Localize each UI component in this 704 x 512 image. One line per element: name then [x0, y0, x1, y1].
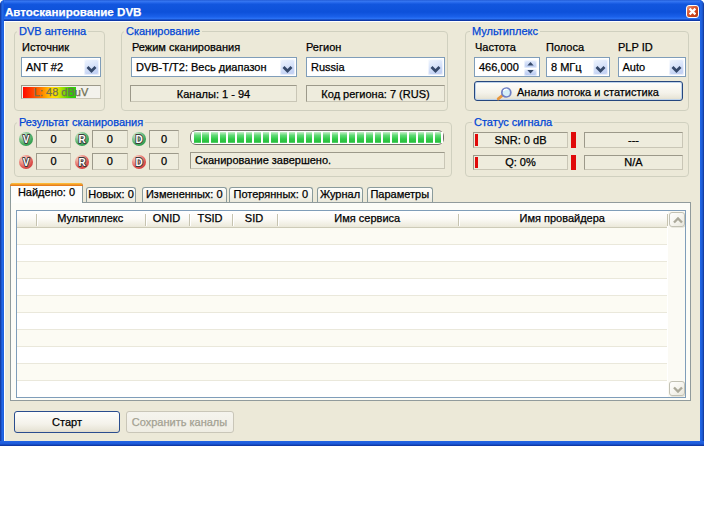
svg-text:V: V	[22, 134, 29, 145]
svg-text:R: R	[78, 157, 86, 168]
svg-text:D: D	[135, 134, 142, 145]
svg-text:R: R	[78, 134, 86, 145]
svg-text:V: V	[22, 157, 29, 168]
svg-text:D: D	[135, 157, 142, 168]
